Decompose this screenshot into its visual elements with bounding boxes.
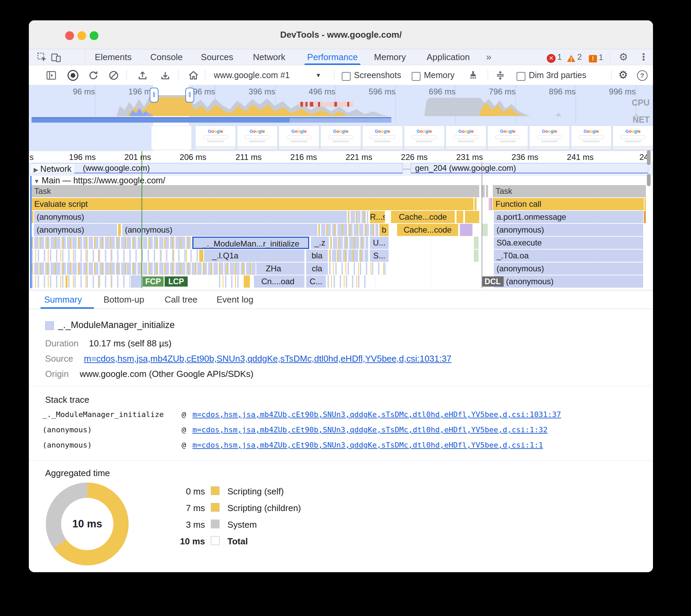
save-profile-icon[interactable] [160, 70, 171, 81]
kebab-menu-icon[interactable]: ⋮ [638, 49, 649, 65]
expanded-arrow-icon[interactable]: ▼ [34, 178, 40, 185]
network-request-bar[interactable]: gen_204 (www.google.com) [411, 163, 648, 174]
memory-label[interactable]: Memory [424, 65, 454, 85]
flame-bar-function-call[interactable]: Function call [493, 198, 644, 210]
selection-right-handle[interactable]: ‖ [185, 88, 194, 103]
flame-bar[interactable]: U... [370, 237, 389, 249]
tab-performance[interactable]: Performance [303, 49, 362, 65]
flame-bar[interactable]: cla [306, 262, 328, 275]
stack-frame-link[interactable]: m=cdos,hsm,jsa,mb4ZUb,cEt90b,SNUn3,qddgK… [192, 441, 543, 449]
flame-bar-s0a-execute[interactable]: S0a.execute [494, 237, 643, 249]
inspect-element-icon[interactable] [36, 52, 48, 63]
dim-3rd-parties-checkbox[interactable] [517, 72, 525, 81]
collapsed-arrow-icon[interactable]: ▶ [34, 166, 38, 173]
flame-bar[interactable]: b [379, 224, 389, 236]
screenshot-thumbnail[interactable]: Google [362, 126, 403, 150]
flame-bar[interactable]: S... [370, 250, 389, 262]
memory-checkbox[interactable] [412, 72, 421, 81]
tab-console[interactable]: Console [147, 49, 186, 65]
screenshot-thumbnail[interactable]: Google [195, 126, 236, 150]
collapse-sections-icon[interactable] [494, 70, 506, 81]
tab-sources[interactable]: Sources [198, 49, 237, 65]
tab-summary[interactable]: Summary [44, 291, 82, 308]
stack-frame-link[interactable]: m=cdos,hsm,jsa,mb4ZUb,cEt90b,SNUn3,qddgK… [192, 425, 547, 434]
flame-bar-anonymous[interactable]: (anonymous) [494, 224, 643, 236]
network-track-header[interactable]: ▶Network [31, 164, 74, 174]
tab-bottom-up[interactable]: Bottom-up [104, 291, 144, 308]
toggle-sidebar-icon[interactable] [45, 70, 57, 81]
capture-settings-gear-icon[interactable]: ⚙ [618, 65, 628, 85]
screenshot-thumbnail[interactable]: Google [571, 126, 612, 150]
flame-bar-q1a[interactable]: _.l.Q1a [204, 250, 304, 262]
legend-swatch-system [211, 520, 220, 528]
fcp-marker-badge[interactable]: FCP [143, 276, 164, 287]
flame-bar-module-manager-selected[interactable]: _._ModuleMan...r_initialize [192, 237, 309, 249]
flame-bar-evaluate-script[interactable]: Evaluate script [32, 198, 473, 210]
flame-bar-anonymous[interactable]: (anonymous) [122, 224, 317, 236]
chevron-down-icon[interactable]: ▾ [317, 65, 320, 85]
screenshot-thumbnail[interactable]: Google [237, 126, 278, 150]
capture-target-select[interactable]: www.google.com #1 [214, 65, 290, 85]
source-link[interactable]: m=cdos,hsm,jsa,mb4ZUb,cEt90b,SNUn3,qddgK… [84, 354, 451, 364]
dcl-marker-badge[interactable]: DCL [482, 276, 504, 287]
flame-bar-onmessage[interactable]: a.port1.onmessage [494, 211, 643, 223]
flame-bar-task[interactable]: Task [32, 185, 479, 197]
timeline-overview[interactable]: 96 ms 196 ms 296 ms 396 ms 496 ms 596 ms… [29, 85, 653, 124]
flame-bar-anonymous[interactable]: (anonymous) [494, 262, 643, 275]
load-profile-icon[interactable] [137, 70, 148, 81]
screenshot-thumbnail[interactable]: Google [320, 126, 361, 150]
lcp-marker-badge[interactable]: LCP [165, 276, 188, 287]
reload-and-record-icon[interactable] [88, 70, 99, 81]
screenshots-label[interactable]: Screenshots [354, 65, 401, 85]
flame-bar[interactable]: bla [306, 250, 328, 262]
stack-frame-fn: _._ModuleManager_initialize [42, 410, 164, 419]
console-errors-badge[interactable]: ✕1 [547, 52, 562, 63]
flame-bar-cache-code[interactable]: Cache...code [397, 224, 458, 236]
stack-frame-link[interactable]: m=cdos,hsm,jsa,mb4ZUb,cEt90b,SNUn3,qddgK… [192, 410, 561, 419]
flame-bar-anonymous[interactable]: (anonymous) [494, 275, 643, 288]
flame-bar-zha[interactable]: ZHa [256, 262, 304, 275]
flame-bar[interactable]: C... [306, 275, 326, 288]
flame-bar-cache-code[interactable]: Cache...code [391, 211, 455, 223]
screenshots-checkbox[interactable] [342, 72, 351, 81]
window-title: DevTools - www.google.com/ [29, 20, 653, 49]
issues-badge[interactable]: !1 [589, 53, 603, 62]
flame-bar[interactable]: _.z [311, 237, 329, 249]
screenshot-thumbnail[interactable]: Google [529, 126, 570, 150]
flame-bar[interactable]: R...s [370, 211, 385, 223]
screenshot-thumbnail[interactable]: Google [613, 126, 653, 150]
screenshot-thumbnail[interactable] [151, 126, 192, 150]
tab-elements[interactable]: Elements [92, 49, 134, 65]
console-warnings-badge[interactable]: 2 [567, 52, 582, 63]
screenshot-thumbnail[interactable]: Google [446, 126, 486, 150]
tab-memory[interactable]: Memory [370, 49, 410, 65]
settings-gear-icon[interactable]: ⚙ [616, 49, 631, 65]
flamechart-time-ruler[interactable]: s 196 ms 201 ms 206 ms 211 ms 216 ms 221… [29, 151, 653, 163]
selection-left-handle[interactable]: ‖ [150, 88, 158, 103]
ruler-tick: 201 ms [99, 152, 151, 162]
tab-call-tree[interactable]: Call tree [165, 291, 198, 308]
screenshot-thumbnail[interactable]: Google [404, 126, 445, 150]
flame-bar-anonymous[interactable]: (anonymous) [34, 211, 347, 223]
dim-3rd-parties-label[interactable]: Dim 3rd parties [529, 65, 586, 85]
flame-bar-anonymous[interactable]: (anonymous) [34, 224, 117, 236]
device-toolbar-icon[interactable] [50, 52, 62, 63]
collect-garbage-icon[interactable] [467, 70, 479, 81]
flame-bar-t0a[interactable]: _.T0a.oa [494, 250, 643, 262]
screenshot-thumbnail[interactable]: Google [487, 126, 528, 150]
help-icon[interactable]: ? [636, 70, 648, 81]
tab-event-log[interactable]: Event log [217, 291, 253, 308]
tab-network[interactable]: Network [249, 49, 289, 65]
home-icon[interactable] [188, 70, 199, 81]
scrollbar-thumb[interactable] [647, 150, 651, 165]
tab-application[interactable]: Application [422, 49, 474, 65]
flame-bar-cn-load[interactable]: Cn....oad [254, 275, 304, 288]
screenshot-thumbnail[interactable]: Google [279, 126, 319, 150]
flame-bar-task[interactable]: Task [493, 185, 646, 197]
main-track-header[interactable]: ▼Main — https://www.google.com/ [29, 176, 653, 185]
clear-recording-icon[interactable] [108, 70, 119, 81]
more-tabs-icon[interactable]: » [482, 49, 496, 65]
record-button[interactable] [67, 70, 79, 81]
network-request-bar[interactable]: (www.google.com) [32, 163, 403, 174]
scrollbar-thumb[interactable] [647, 174, 651, 186]
